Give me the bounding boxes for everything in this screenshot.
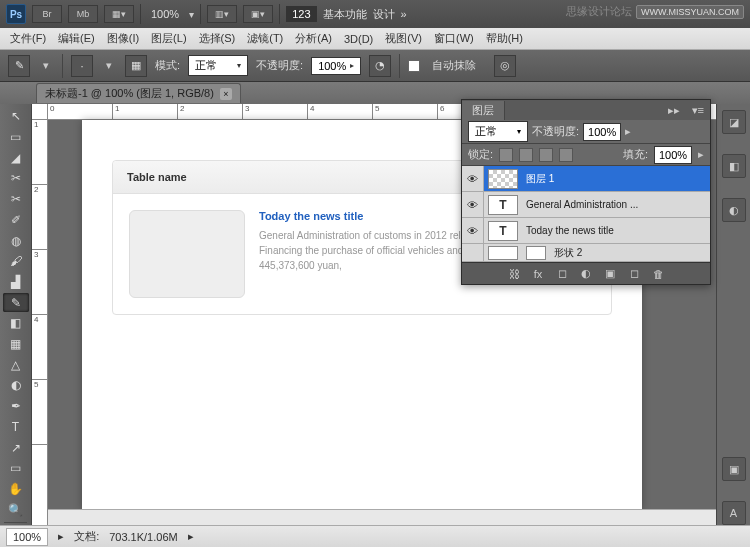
layer-opacity-field[interactable]: 100%: [583, 123, 621, 141]
lock-transparent-icon[interactable]: [499, 148, 513, 162]
layer-name[interactable]: 图层 1: [522, 172, 710, 186]
menu-3d[interactable]: 3D(D): [338, 31, 379, 47]
eyedropper-tool[interactable]: ✐: [3, 211, 29, 230]
view-extras-button[interactable]: ▦▾: [104, 5, 134, 23]
layer-row[interactable]: 形状 2: [462, 244, 710, 262]
lasso-tool[interactable]: ◢: [3, 148, 29, 167]
screen-mode-button[interactable]: ▣▾: [243, 5, 273, 23]
fill-arrow-icon[interactable]: ▸: [698, 148, 704, 161]
layer-row[interactable]: 👁 图层 1: [462, 166, 710, 192]
status-arrow-icon[interactable]: ▸: [58, 530, 64, 543]
bridge-button[interactable]: Br: [32, 5, 62, 23]
panel-menu-icon[interactable]: ▾≡: [686, 104, 710, 117]
stamp-tool[interactable]: ▟: [3, 273, 29, 292]
current-tool-icon[interactable]: ✎: [8, 55, 30, 77]
zoom-tool[interactable]: 🔍: [3, 500, 29, 519]
layers-panel[interactable]: 图层 ▸▸ ▾≡ 正常▾ 不透明度: 100% ▸ 锁定: 填充: 100% ▸…: [461, 99, 711, 285]
visibility-eye-icon[interactable]: 👁: [462, 166, 484, 191]
workspace-more-icon[interactable]: »: [401, 8, 407, 20]
auto-erase-checkbox[interactable]: [408, 60, 420, 72]
menu-analysis[interactable]: 分析(A): [289, 29, 338, 48]
menu-select[interactable]: 选择(S): [193, 29, 242, 48]
layer-name[interactable]: 形状 2: [550, 246, 710, 260]
visibility-eye-icon[interactable]: [462, 244, 484, 261]
menu-view[interactable]: 视图(V): [379, 29, 428, 48]
opacity-arrow-icon[interactable]: ▸: [625, 125, 631, 138]
document-tab[interactable]: 未标题-1 @ 100% (图层 1, RGB/8) ×: [36, 83, 241, 103]
horizontal-scrollbar[interactable]: [48, 509, 750, 525]
eraser-tool[interactable]: ◧: [3, 314, 29, 333]
layer-fill-field[interactable]: 100%: [654, 146, 692, 164]
link-layers-icon[interactable]: ⛓: [507, 267, 521, 281]
tablet-opacity-icon[interactable]: ◔: [369, 55, 391, 77]
layer-group-icon[interactable]: ▣: [603, 267, 617, 281]
layer-mask-thumbnail[interactable]: [526, 246, 546, 260]
layer-row[interactable]: 👁 T Today the news title: [462, 218, 710, 244]
tool-preset-dropdown-icon[interactable]: ▾: [38, 55, 54, 77]
adjustment-layer-icon[interactable]: ◐: [579, 267, 593, 281]
panel-collapse-icon[interactable]: ▸▸: [662, 104, 686, 117]
brush-tool[interactable]: 🖌: [3, 252, 29, 271]
menu-window[interactable]: 窗口(W): [428, 29, 480, 48]
layer-row[interactable]: 👁 T General Administration ...: [462, 192, 710, 218]
quick-select-tool[interactable]: ✂: [3, 169, 29, 188]
crop-tool[interactable]: ✂: [3, 190, 29, 209]
blur-tool[interactable]: △: [3, 355, 29, 374]
menu-edit[interactable]: 编辑(E): [52, 29, 101, 48]
new-layer-icon[interactable]: ◻: [627, 267, 641, 281]
healing-tool[interactable]: ◍: [3, 231, 29, 250]
layer-name[interactable]: General Administration ...: [522, 199, 710, 210]
blend-mode-dropdown[interactable]: 正常▾: [188, 55, 248, 76]
dock-adjustments-icon[interactable]: ◐: [722, 198, 746, 222]
lock-image-icon[interactable]: [519, 148, 533, 162]
move-tool[interactable]: ↖: [3, 107, 29, 126]
dock-styles-icon[interactable]: ◧: [722, 154, 746, 178]
layer-thumbnail[interactable]: [488, 169, 518, 189]
brush-panel-button[interactable]: ▦: [125, 55, 147, 77]
layers-tab[interactable]: 图层: [462, 101, 505, 120]
arrange-docs-button[interactable]: ▥▾: [207, 5, 237, 23]
menu-layer[interactable]: 图层(L): [145, 29, 192, 48]
menu-image[interactable]: 图像(I): [101, 29, 145, 48]
delete-layer-icon[interactable]: 🗑: [651, 267, 665, 281]
status-menu-icon[interactable]: ▸: [188, 530, 194, 543]
workspace-123-button[interactable]: 123: [286, 6, 316, 22]
dock-swatches-icon[interactable]: ◪: [722, 110, 746, 134]
zoom-dropdown-icon[interactable]: ▾: [189, 9, 194, 20]
gradient-tool[interactable]: ▦: [3, 335, 29, 354]
workspace-design[interactable]: 设计: [373, 7, 395, 22]
path-select-tool[interactable]: ↗: [3, 438, 29, 457]
text-layer-icon[interactable]: T: [488, 221, 518, 241]
brush-dropdown-icon[interactable]: ▾: [101, 55, 117, 77]
pencil-tool[interactable]: ✎: [3, 293, 29, 312]
layer-thumbnail[interactable]: [488, 246, 518, 260]
zoom-level[interactable]: 100%: [147, 8, 183, 20]
tablet-icon[interactable]: ◎: [494, 55, 516, 77]
type-tool[interactable]: T: [3, 418, 29, 437]
status-zoom[interactable]: 100%: [6, 528, 48, 546]
layer-style-icon[interactable]: fx: [531, 267, 545, 281]
visibility-eye-icon[interactable]: 👁: [462, 218, 484, 243]
dock-history-icon[interactable]: ▣: [722, 457, 746, 481]
layer-blend-dropdown[interactable]: 正常▾: [468, 121, 528, 142]
lock-all-icon[interactable]: [559, 148, 573, 162]
text-layer-icon[interactable]: T: [488, 195, 518, 215]
visibility-eye-icon[interactable]: 👁: [462, 192, 484, 217]
shape-tool[interactable]: ▭: [3, 459, 29, 478]
marquee-tool[interactable]: ▭: [3, 128, 29, 147]
dodge-tool[interactable]: ◐: [3, 376, 29, 395]
menu-filter[interactable]: 滤镜(T): [241, 29, 289, 48]
dock-character-icon[interactable]: A: [722, 501, 746, 525]
menu-file[interactable]: 文件(F): [4, 29, 52, 48]
lock-position-icon[interactable]: [539, 148, 553, 162]
vertical-ruler[interactable]: 12345: [32, 120, 48, 525]
layer-name[interactable]: Today the news title: [522, 225, 710, 236]
hand-tool[interactable]: ✋: [3, 480, 29, 499]
brush-preset-button[interactable]: ·: [71, 55, 93, 77]
close-tab-icon[interactable]: ×: [220, 88, 232, 100]
workspace-essentials[interactable]: 基本功能: [323, 7, 367, 22]
minibridge-button[interactable]: Mb: [68, 5, 98, 23]
opacity-field[interactable]: 100%▸: [311, 57, 361, 75]
layer-mask-icon[interactable]: ◻: [555, 267, 569, 281]
pen-tool[interactable]: ✒: [3, 397, 29, 416]
